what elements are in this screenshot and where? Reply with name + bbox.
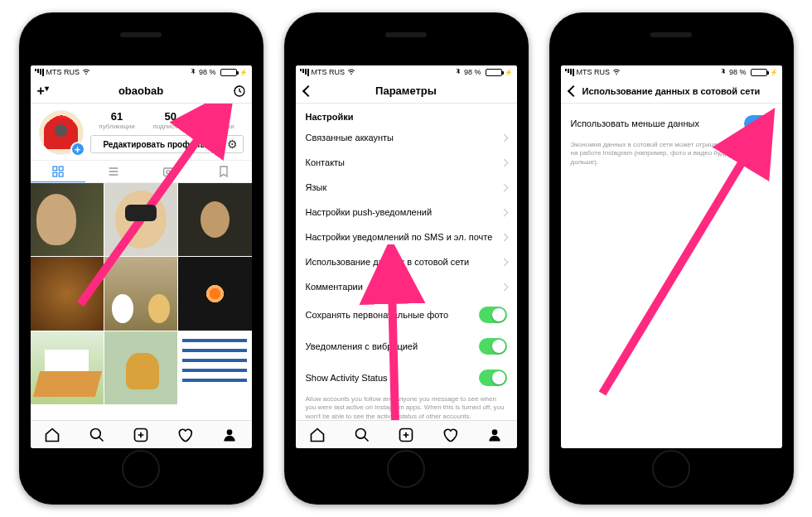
section-header: Настройки [296,104,517,125]
post-thumbnail[interactable] [31,183,104,256]
bluetooth-icon [190,68,196,76]
charging-icon: ⚡ [770,69,778,76]
phone-mockup-profile: MTS RUS 98 % ⚡ +▾ obaobab [19,12,263,505]
signal-icon [35,69,44,76]
gear-icon [227,137,238,152]
add-story-badge[interactable]: + [70,142,85,157]
phone-mockup-settings: MTS RUS 98 % ⚡ Параметры Настройки Связа… [284,12,529,505]
wifi-icon [347,67,355,77]
search-tab[interactable] [75,421,118,448]
add-account-button[interactable]: +▾ [37,84,49,99]
svg-point-9 [167,171,170,174]
view-mode-tabs [31,160,252,183]
carrier-label: MTS RUS [46,68,80,76]
profile-content: + 61 публикации 50 подписчики 41 [31,104,252,420]
edit-profile-button[interactable]: Редактировать профиль [90,135,219,153]
toggle-switch[interactable] [479,307,507,323]
post-thumbnail[interactable] [104,257,177,330]
battery-icon [220,69,237,76]
post-thumbnail[interactable] [104,331,177,404]
new-post-tab[interactable] [384,421,428,448]
post-thumbnail[interactable] [31,257,104,330]
linked-accounts-row[interactable]: Связанные аккаунты [296,125,517,150]
chevron-right-icon [501,210,507,215]
battery-pct-label: 98 % [729,68,747,76]
comments-row[interactable]: Комментарии [296,274,517,299]
post-thumbnail[interactable] [178,331,251,404]
wifi-icon [82,67,90,77]
charging-icon: ⚡ [239,69,248,76]
chevron-right-icon [501,135,507,141]
page-title: Использование данных в сотовой сети [582,86,761,96]
svg-rect-8 [164,168,173,176]
chevron-right-icon [501,234,507,240]
activity-tab[interactable] [428,421,472,448]
battery-icon [751,69,767,76]
signal-icon [300,69,309,76]
home-tab[interactable] [31,421,75,448]
screen-settings: MTS RUS 98 % ⚡ Параметры Настройки Связа… [296,65,517,448]
saved-view-tab[interactable] [196,161,252,182]
profile-tab[interactable] [207,421,251,448]
cellular-header: Использование данных в сотовой сети [561,79,782,104]
back-button[interactable] [566,84,581,99]
battery-icon [486,69,502,76]
post-thumbnail[interactable] [31,331,104,404]
svg-point-18 [355,428,365,438]
tagged-view-tab[interactable] [141,161,196,182]
post-thumbnail[interactable] [178,257,251,330]
carrier-label: MTS RUS [312,68,346,76]
help-text: Allow accounts you follow and anyone you… [296,394,517,420]
contacts-row[interactable]: Контакты [296,150,517,175]
posts-stat[interactable]: 61 публикации [99,110,134,130]
home-tab[interactable] [296,421,340,448]
cellular-data-row[interactable]: Использование данных в сотовой сети [296,249,517,274]
search-tab[interactable] [340,421,384,448]
activity-status-toggle-row[interactable]: Show Activity Status [296,362,517,394]
profile-tab[interactable] [472,421,516,448]
followers-stat[interactable]: 50 подписчики [152,110,188,130]
status-bar: MTS RUS 98 % ⚡ [561,65,782,79]
svg-line-12 [99,437,103,441]
avatar[interactable]: + [39,110,84,155]
activity-tab[interactable] [163,421,207,448]
sms-email-notifications-row[interactable]: Настройки уведомлений по SMS и эл. почте [296,225,517,249]
chevron-right-icon [501,185,507,191]
new-post-tab[interactable] [118,421,162,448]
profile-header: +▾ obaobab [31,79,252,104]
toggle-switch[interactable] [479,370,507,386]
post-thumbnail[interactable] [104,183,177,256]
phone-mockup-cellular: MTS RUS 98 % ⚡ Использование данных в со… [549,12,794,505]
chevron-left-icon [569,87,578,95]
push-notifications-row[interactable]: Настройки push-уведомлений [296,200,517,225]
bottom-tab-bar [296,420,517,448]
settings-header: Параметры [296,79,517,104]
svg-line-19 [364,437,368,441]
svg-rect-1 [53,167,57,171]
toggle-switch[interactable] [744,115,772,132]
post-thumbnail[interactable] [178,183,251,256]
save-original-toggle-row[interactable]: Сохранять первоначальные фото [296,299,517,331]
cellular-content: Использовать меньше данных Экономия данн… [561,104,782,448]
back-button[interactable] [301,84,316,99]
carrier-label: MTS RUS [577,68,611,76]
battery-pct-label: 98 % [464,68,481,76]
page-title: Параметры [375,85,437,97]
username-title[interactable]: obaobab [118,85,163,97]
vibration-toggle-row[interactable]: Уведомления с вибрацией [296,331,517,362]
use-less-data-row[interactable]: Использовать меньше данных [561,104,782,139]
grid-view-tab[interactable] [31,161,86,182]
bottom-tab-bar [31,420,252,448]
archive-button[interactable] [232,84,247,99]
bluetooth-icon [455,68,462,76]
wifi-icon [612,67,621,77]
following-stat[interactable]: 41 подписки [206,110,234,130]
screen-profile: MTS RUS 98 % ⚡ +▾ obaobab [31,65,252,448]
posts-grid [31,183,252,404]
settings-content[interactable]: Настройки Связанные аккаунты Контакты Яз… [296,104,517,420]
language-row[interactable]: Язык [296,175,517,200]
toggle-switch[interactable] [479,338,507,355]
list-view-tab[interactable] [85,161,141,182]
settings-button[interactable] [222,135,244,153]
chevron-right-icon [501,160,507,166]
